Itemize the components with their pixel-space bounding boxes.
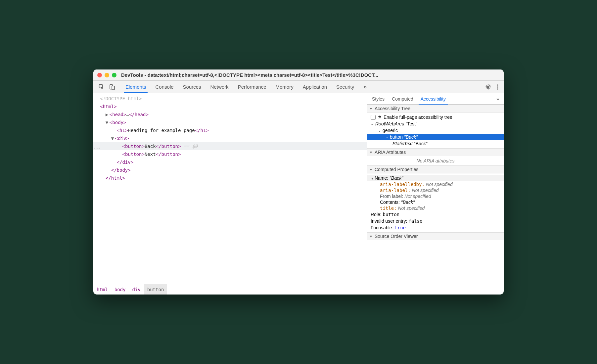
tabs-overflow-icon[interactable]: »: [359, 81, 371, 93]
minimize-icon[interactable]: [105, 73, 109, 77]
kebab-menu-icon[interactable]: [497, 84, 498, 90]
dom-h1[interactable]: <h1>Heading for example page</h1>: [93, 126, 367, 134]
dom-button-back[interactable]: <button>Back</button> == $0: [93, 142, 367, 150]
svg-point-6: [497, 88, 498, 89]
elements-panel: <!DOCTYPE html> <html> ▶<head>…</head> ▼…: [93, 93, 367, 295]
sidebar-panel: Styles Computed Accessibility » ▼Accessi…: [367, 93, 504, 295]
tab-application[interactable]: Application: [298, 81, 332, 93]
tree-button[interactable]: ⌄button "Back": [367, 134, 504, 140]
computed-body: ▼Name: "Back" aria-labelledby: Not speci…: [367, 173, 504, 232]
sidebar-tabs: Styles Computed Accessibility »: [367, 93, 504, 105]
comp-name[interactable]: ▼Name: "Back": [367, 175, 504, 181]
sidebar-tabs-overflow-icon[interactable]: »: [493, 93, 502, 104]
section-computed-properties[interactable]: ▼Computed Properties: [367, 165, 504, 173]
tab-network[interactable]: Network: [206, 81, 233, 93]
main-toolbar: Elements Console Sources Network Perform…: [93, 81, 504, 93]
traffic-lights: [97, 73, 116, 77]
section-accessibility-tree[interactable]: ▼Accessibility Tree: [367, 105, 504, 113]
comp-aria-labelledby: aria-labelledby: Not specified: [371, 181, 500, 187]
flask-icon: ⚗: [378, 115, 382, 120]
svg-point-3: [487, 86, 489, 87]
aria-empty: No ARIA attributes: [367, 156, 504, 165]
crumb-button[interactable]: button: [144, 284, 167, 295]
comp-focusable: Focusable: true: [371, 224, 500, 231]
svg-rect-2: [112, 86, 115, 90]
tree-static-text[interactable]: StaticText "Back": [367, 140, 504, 147]
comp-contents: Contents: "Back": [371, 199, 500, 205]
section-source-order[interactable]: ▼Source Order Viewer: [367, 232, 504, 240]
tab-memory[interactable]: Memory: [271, 81, 298, 93]
comp-title: title: Not specified: [371, 205, 500, 211]
dom-button-next[interactable]: <button>Next</button>: [93, 150, 367, 158]
enable-full-tree-row[interactable]: ⚗ Enable full-page accessibility tree: [367, 114, 504, 120]
tree-generic[interactable]: ⌄generic: [367, 127, 504, 134]
dom-head[interactable]: ▶<head>…</head>: [93, 111, 367, 118]
window-title: DevTools - data:text/html;charset=utf-8,…: [121, 72, 500, 78]
tab-styles[interactable]: Styles: [369, 93, 388, 104]
comp-aria-label: aria-label: Not specified: [371, 187, 500, 193]
tab-console[interactable]: Console: [151, 81, 178, 93]
tab-performance[interactable]: Performance: [233, 81, 271, 93]
tab-sources[interactable]: Sources: [178, 81, 206, 93]
tab-computed[interactable]: Computed: [389, 93, 417, 104]
checkbox-icon[interactable]: [371, 115, 376, 120]
dom-body-close[interactable]: </body>: [93, 166, 367, 174]
main-tabs: Elements Console Sources Network Perform…: [121, 81, 484, 93]
toolbar-right: [485, 84, 501, 90]
inspect-icon[interactable]: [99, 84, 105, 90]
crumb-body[interactable]: body: [111, 284, 129, 295]
close-icon[interactable]: [97, 73, 102, 77]
dom-html-close[interactable]: </html>: [93, 174, 367, 182]
comp-invalid: Invalid user entry: false: [371, 218, 500, 224]
comp-role: Role: button: [371, 211, 500, 218]
section-aria-attributes[interactable]: ▼ARIA Attributes: [367, 148, 504, 156]
svg-point-5: [497, 86, 498, 87]
breadcrumb: html body div button: [93, 284, 367, 295]
tree-root[interactable]: ⌄RootWebArea "Test": [367, 120, 504, 127]
tab-elements[interactable]: Elements: [121, 81, 151, 93]
tab-accessibility[interactable]: Accessibility: [417, 93, 449, 104]
titlebar: DevTools - data:text/html;charset=utf-8,…: [93, 69, 504, 81]
dom-html-open[interactable]: <html>: [93, 103, 367, 111]
device-toggle-icon[interactable]: [109, 84, 115, 90]
dom-body-open[interactable]: ▼<body>: [93, 118, 367, 126]
dom-doctype[interactable]: <!DOCTYPE html>: [93, 95, 367, 103]
dom-div-open[interactable]: ▼<div>: [93, 134, 367, 142]
zoom-icon[interactable]: [112, 73, 116, 77]
svg-point-4: [497, 84, 498, 85]
toolbar-icon-group: [96, 83, 118, 91]
devtools-window: DevTools - data:text/html;charset=utf-8,…: [93, 69, 504, 295]
crumb-html[interactable]: html: [93, 284, 111, 295]
accessibility-tree-body: ⚗ Enable full-page accessibility tree ⌄R…: [367, 113, 504, 148]
dom-div-close[interactable]: </div>: [93, 158, 367, 166]
gear-icon[interactable]: [485, 84, 491, 90]
tab-security[interactable]: Security: [332, 81, 359, 93]
dom-tree[interactable]: <!DOCTYPE html> <html> ▶<head>…</head> ▼…: [93, 93, 367, 284]
crumb-div[interactable]: div: [129, 284, 144, 295]
content-area: <!DOCTYPE html> <html> ▶<head>…</head> ▼…: [93, 93, 504, 295]
enable-full-tree-label: Enable full-page accessibility tree: [384, 114, 452, 120]
comp-from-label: From label: Not specified: [371, 193, 500, 199]
